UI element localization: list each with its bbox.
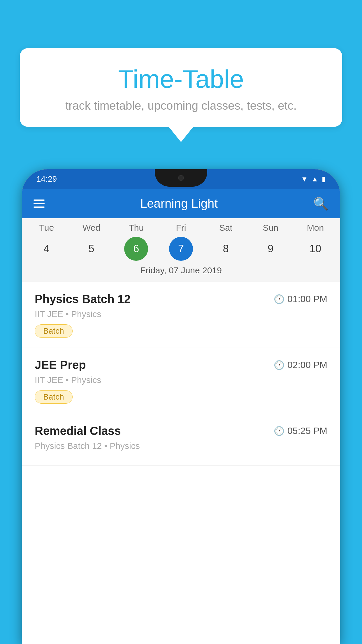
schedule-list: Physics Batch 12 🕐 01:00 PM IIT JEE • Ph… — [22, 281, 340, 644]
day-name-thu: Thu — [122, 223, 151, 233]
schedule-item-3-header: Remedial Class 🕐 05:25 PM — [35, 424, 327, 438]
day-name-sat: Sat — [211, 223, 240, 233]
phone-container: 14:29 ▼ ▲ ▮ Learning Light 🔍 — [22, 169, 340, 644]
phone-frame: 14:29 ▼ ▲ ▮ Learning Light 🔍 — [22, 169, 340, 644]
hamburger-menu-icon[interactable] — [34, 200, 45, 208]
day-name-fri: Fri — [166, 223, 196, 233]
schedule-item-2-subtitle: IIT JEE • Physics — [35, 375, 327, 385]
day-names-row: Tue Wed Thu Fri Sat Sun Mon — [22, 223, 340, 233]
schedule-item-2-header: JEE Prep 🕐 02:00 PM — [35, 358, 327, 372]
status-icons: ▼ ▲ ▮ — [301, 175, 326, 183]
speech-bubble-tail — [169, 127, 193, 142]
bubble-subtitle: track timetable, upcoming classes, tests… — [37, 99, 325, 112]
schedule-item-3-subtitle: Physics Batch 12 • Physics — [35, 441, 327, 451]
schedule-item-1-header: Physics Batch 12 🕐 01:00 PM — [35, 293, 327, 306]
calendar-header: Tue Wed Thu Fri Sat Sun Mon 4 5 6 7 8 9 … — [22, 218, 340, 281]
selected-date-label: Friday, 07 June 2019 — [22, 265, 340, 279]
clock-icon-2: 🕐 — [274, 360, 284, 370]
day-numbers-row: 4 5 6 7 8 9 10 — [22, 237, 340, 261]
schedule-item-3-title: Remedial Class — [35, 424, 121, 438]
batch-badge-1: Batch — [35, 324, 73, 338]
battery-icon: ▮ — [322, 175, 326, 183]
day-6-today[interactable]: 6 — [124, 237, 148, 261]
day-8[interactable]: 8 — [214, 237, 238, 261]
day-name-tue: Tue — [32, 223, 61, 233]
app-title: Learning Light — [54, 197, 304, 211]
speech-bubble-container: Time-Table track timetable, upcoming cla… — [20, 48, 342, 142]
schedule-item-2-title: JEE Prep — [35, 358, 86, 372]
phone-screen: 14:29 ▼ ▲ ▮ Learning Light 🔍 — [22, 169, 340, 644]
day-10[interactable]: 10 — [303, 237, 327, 261]
status-time: 14:29 — [36, 174, 57, 184]
day-7-selected[interactable]: 7 — [169, 237, 193, 261]
signal-icon: ▲ — [311, 175, 318, 183]
wifi-icon: ▼ — [301, 175, 308, 183]
phone-notch — [155, 169, 207, 187]
schedule-item-1-subtitle: IIT JEE • Physics — [35, 309, 327, 319]
day-name-wed: Wed — [77, 223, 106, 233]
clock-icon-1: 🕐 — [274, 294, 284, 304]
schedule-item-2[interactable]: JEE Prep 🕐 02:00 PM IIT JEE • Physics Ba… — [22, 347, 340, 413]
day-name-sun: Sun — [256, 223, 285, 233]
schedule-item-1-time: 🕐 01:00 PM — [274, 294, 327, 304]
batch-badge-2: Batch — [35, 390, 73, 404]
schedule-item-1-title: Physics Batch 12 — [35, 293, 131, 306]
camera-dot — [178, 175, 184, 181]
schedule-item-3[interactable]: Remedial Class 🕐 05:25 PM Physics Batch … — [22, 413, 340, 466]
day-9[interactable]: 9 — [259, 237, 282, 261]
app-bar: Learning Light 🔍 — [22, 189, 340, 218]
bubble-title: Time-Table — [37, 64, 325, 94]
clock-icon-3: 🕐 — [274, 426, 284, 436]
schedule-item-3-time: 🕐 05:25 PM — [274, 426, 327, 436]
day-name-mon: Mon — [301, 223, 330, 233]
speech-bubble: Time-Table track timetable, upcoming cla… — [20, 48, 342, 127]
day-4[interactable]: 4 — [35, 237, 59, 261]
schedule-item-2-time: 🕐 02:00 PM — [274, 360, 327, 370]
day-5[interactable]: 5 — [80, 237, 103, 261]
status-bar: 14:29 ▼ ▲ ▮ — [22, 169, 340, 189]
search-icon[interactable]: 🔍 — [313, 197, 328, 211]
schedule-item-1[interactable]: Physics Batch 12 🕐 01:00 PM IIT JEE • Ph… — [22, 281, 340, 347]
